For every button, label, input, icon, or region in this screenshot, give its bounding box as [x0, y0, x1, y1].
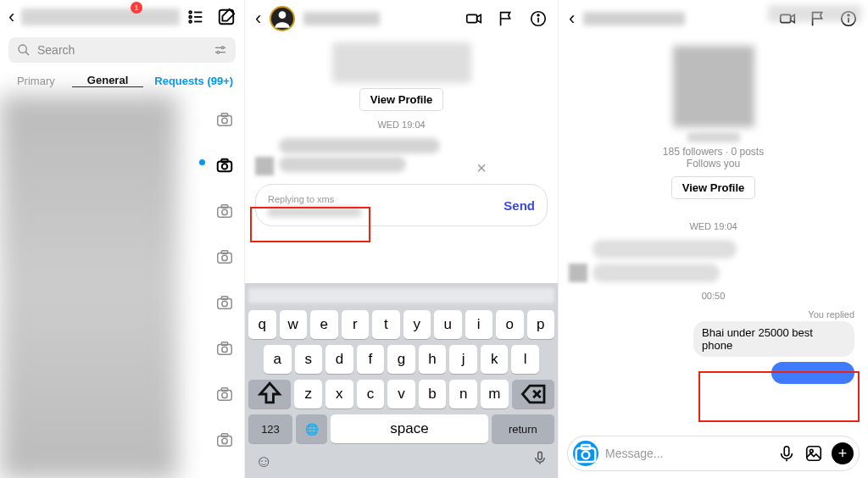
svg-rect-31 — [218, 390, 232, 400]
key-z[interactable]: z — [294, 380, 322, 409]
key-w[interactable]: w — [280, 310, 308, 339]
backspace-key[interactable] — [512, 380, 554, 409]
message-placeholder: Message... — [605, 447, 771, 460]
camera-icon[interactable] — [215, 156, 234, 175]
emoji-icon[interactable]: ☺ — [255, 452, 272, 471]
key-x[interactable]: x — [326, 380, 353, 409]
back-icon[interactable]: ‹ — [8, 6, 14, 28]
watermark-blur — [768, 5, 861, 22]
info-icon[interactable] — [529, 9, 548, 28]
numbers-key[interactable]: 123 — [248, 414, 292, 443]
send-button[interactable]: Send — [504, 198, 535, 213]
key-g[interactable]: g — [387, 345, 415, 374]
message-input-bar[interactable]: Message... + — [567, 436, 860, 471]
tab-general[interactable]: General — [72, 74, 144, 87]
svg-rect-27 — [221, 297, 227, 300]
search-placeholder: Search — [37, 43, 75, 57]
follows-you-label: Follows you — [559, 158, 868, 170]
camera-icon[interactable] — [215, 202, 234, 220]
key-a[interactable]: a — [264, 345, 292, 374]
shift-key[interactable] — [248, 380, 291, 409]
key-i[interactable]: i — [465, 310, 493, 339]
key-c[interactable]: c — [357, 380, 385, 409]
mic-icon[interactable] — [532, 448, 548, 471]
annotation-highlight — [250, 207, 370, 242]
svg-point-4 — [189, 20, 192, 23]
space-key[interactable]: space — [331, 414, 488, 443]
flag-icon[interactable] — [497, 9, 515, 28]
svg-point-17 — [222, 164, 227, 169]
inbox-panel: ‹ 1 Search Primary General Requests (99+… — [0, 0, 245, 478]
close-reply-icon[interactable]: × — [476, 158, 487, 178]
svg-point-35 — [222, 438, 227, 443]
key-u[interactable]: u — [434, 310, 462, 339]
keyboard: qwertyuiop asdfghjkl zxcvbnm 123 🌐 space… — [245, 283, 558, 478]
svg-point-54 — [810, 449, 813, 453]
key-r[interactable]: r — [342, 310, 370, 339]
avatar[interactable] — [270, 6, 295, 31]
key-o[interactable]: o — [496, 310, 524, 339]
svg-rect-38 — [467, 14, 477, 22]
key-v[interactable]: v — [387, 380, 415, 409]
key-d[interactable]: d — [326, 345, 353, 374]
key-j[interactable]: j — [449, 345, 477, 374]
svg-rect-36 — [221, 434, 227, 437]
svg-point-37 — [279, 11, 287, 19]
key-s[interactable]: s — [295, 345, 323, 374]
svg-point-2 — [189, 16, 192, 19]
key-l[interactable]: l — [511, 345, 539, 374]
gallery-icon[interactable] — [804, 444, 823, 463]
svg-rect-30 — [221, 342, 227, 346]
return-key[interactable]: return — [492, 414, 554, 443]
view-profile-button[interactable]: View Profile — [671, 176, 755, 199]
annotation-highlight — [698, 371, 860, 422]
timestamp: WED 19:04 — [559, 221, 868, 231]
svg-point-14 — [222, 118, 227, 123]
key-n[interactable]: n — [449, 380, 477, 409]
key-b[interactable]: b — [419, 380, 447, 409]
svg-rect-25 — [218, 298, 232, 308]
key-f[interactable]: f — [357, 345, 385, 374]
key-e[interactable]: e — [310, 310, 338, 339]
compose-icon[interactable] — [217, 8, 236, 26]
camera-icon[interactable] — [215, 385, 234, 403]
globe-key[interactable]: 🌐 — [296, 414, 327, 443]
svg-point-10 — [221, 47, 224, 49]
key-p[interactable]: p — [527, 310, 555, 339]
filter-icon[interactable] — [214, 43, 227, 57]
profile-stats: 185 followers · 0 posts — [559, 146, 868, 158]
camera-icon[interactable] — [215, 339, 234, 358]
search-input[interactable]: Search — [8, 37, 236, 63]
list-icon[interactable] — [186, 8, 205, 26]
svg-rect-53 — [807, 447, 821, 461]
tab-requests[interactable]: Requests (99+) — [143, 75, 244, 87]
svg-rect-21 — [221, 205, 227, 208]
key-y[interactable]: y — [403, 310, 431, 339]
tab-primary[interactable]: Primary — [0, 75, 72, 87]
camera-icon[interactable] — [215, 247, 234, 266]
list-blur — [0, 95, 178, 478]
camera-button[interactable] — [573, 441, 598, 466]
profile-name-blur — [687, 132, 740, 142]
account-name-blur — [21, 8, 180, 25]
camera-icon[interactable] — [215, 110, 234, 129]
key-h[interactable]: h — [419, 345, 447, 374]
view-profile-button[interactable]: View Profile — [359, 88, 443, 111]
svg-point-7 — [19, 45, 26, 53]
key-t[interactable]: t — [372, 310, 400, 339]
camera-icon[interactable] — [215, 431, 234, 449]
back-icon[interactable]: ‹ — [569, 8, 575, 30]
back-icon[interactable]: ‹ — [255, 8, 261, 30]
key-m[interactable]: m — [481, 380, 509, 409]
svg-point-26 — [222, 301, 227, 306]
video-icon[interactable] — [465, 9, 483, 28]
key-k[interactable]: k — [481, 345, 509, 374]
message-row — [569, 240, 858, 258]
svg-line-8 — [25, 52, 29, 55]
replying-to-label: Replying to xms — [268, 193, 361, 205]
key-q[interactable]: q — [248, 310, 276, 339]
camera-icon[interactable] — [215, 293, 234, 312]
notification-badge: 1 — [131, 2, 142, 14]
mic-icon[interactable] — [777, 444, 796, 463]
add-button[interactable]: + — [832, 442, 854, 464]
